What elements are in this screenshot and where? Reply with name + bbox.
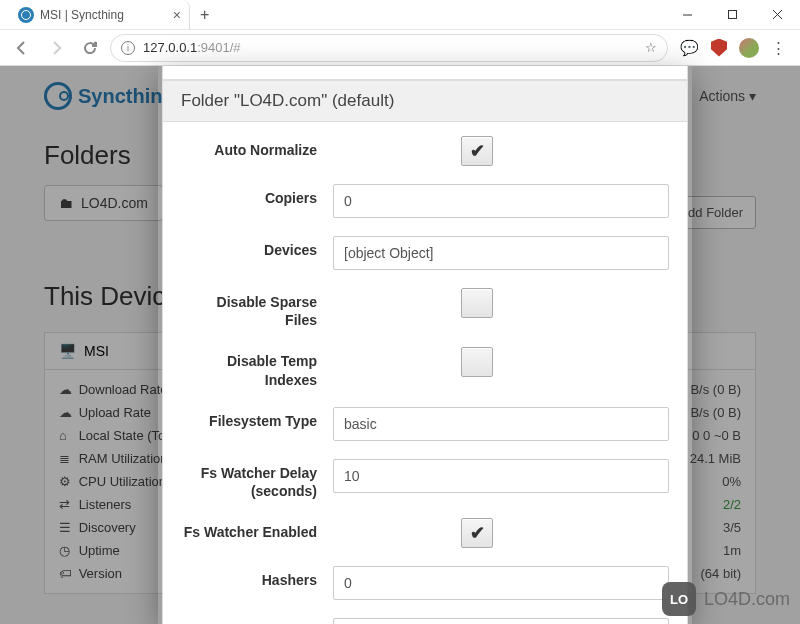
fs-delay-input[interactable]: [333, 459, 669, 493]
bookmark-star-icon[interactable]: ☆: [645, 40, 657, 55]
browser-titlebar: MSI | Syncthing × +: [0, 0, 800, 30]
label-disable-sparse: Disable Sparse Files: [181, 288, 333, 329]
hashers-input[interactable]: [333, 566, 669, 600]
label-auto-normalize: Auto Normalize: [181, 136, 333, 159]
close-window-button[interactable]: [755, 0, 800, 30]
address-bar[interactable]: i 127.0.0.1:9401/# ☆: [110, 34, 668, 62]
advanced-settings-modal: Folder "LO4D.com" (default) Auto Normali…: [162, 66, 688, 624]
ublock-icon[interactable]: [711, 39, 727, 57]
disable-sparse-checkbox[interactable]: [461, 288, 493, 318]
label-disable-temp: Disable Temp Indexes: [181, 347, 333, 388]
site-info-icon[interactable]: i: [121, 41, 135, 55]
url-host: 127.0.0.1: [143, 40, 197, 55]
watermark-text: LO4D.com: [704, 589, 790, 610]
label-fs-enabled: Fs Watcher Enabled: [181, 518, 333, 541]
label-hashers: Hashers: [181, 566, 333, 589]
devices-input[interactable]: [333, 236, 669, 270]
label-fs-type: Filesystem Type: [181, 407, 333, 430]
auto-normalize-checkbox[interactable]: [461, 136, 493, 166]
section-header[interactable]: Folder "LO4D.com" (default): [163, 80, 687, 122]
browser-tab[interactable]: MSI | Syncthing ×: [0, 0, 190, 30]
forward-button[interactable]: [42, 34, 70, 62]
close-tab-icon[interactable]: ×: [173, 7, 181, 23]
maximize-button[interactable]: [710, 0, 755, 30]
fs-enabled-checkbox[interactable]: [461, 518, 493, 548]
profile-avatar[interactable]: [739, 38, 759, 58]
label-copiers: Copiers: [181, 184, 333, 207]
label-id: Id: [181, 618, 333, 624]
browser-toolbar: i 127.0.0.1:9401/# ☆ 💬 ⋮: [0, 30, 800, 66]
back-button[interactable]: [8, 34, 36, 62]
tab-favicon: [18, 7, 34, 23]
fs-type-input[interactable]: [333, 407, 669, 441]
url-path: :9401/#: [197, 40, 240, 55]
watermark-badge: LO: [662, 582, 696, 616]
window-controls: [665, 0, 800, 30]
reload-button[interactable]: [76, 34, 104, 62]
new-tab-button[interactable]: +: [190, 6, 219, 24]
watermark: LO LO4D.com: [662, 582, 790, 616]
svg-rect-1: [729, 11, 737, 19]
tab-title: MSI | Syncthing: [40, 8, 124, 22]
id-input[interactable]: [333, 618, 669, 624]
disable-temp-checkbox[interactable]: [461, 347, 493, 377]
browser-menu-icon[interactable]: ⋮: [771, 39, 786, 57]
label-devices: Devices: [181, 236, 333, 259]
label-fs-delay: Fs Watcher Delay (seconds): [181, 459, 333, 500]
minimize-button[interactable]: [665, 0, 710, 30]
copiers-input[interactable]: [333, 184, 669, 218]
extension-icon[interactable]: 💬: [680, 39, 699, 57]
